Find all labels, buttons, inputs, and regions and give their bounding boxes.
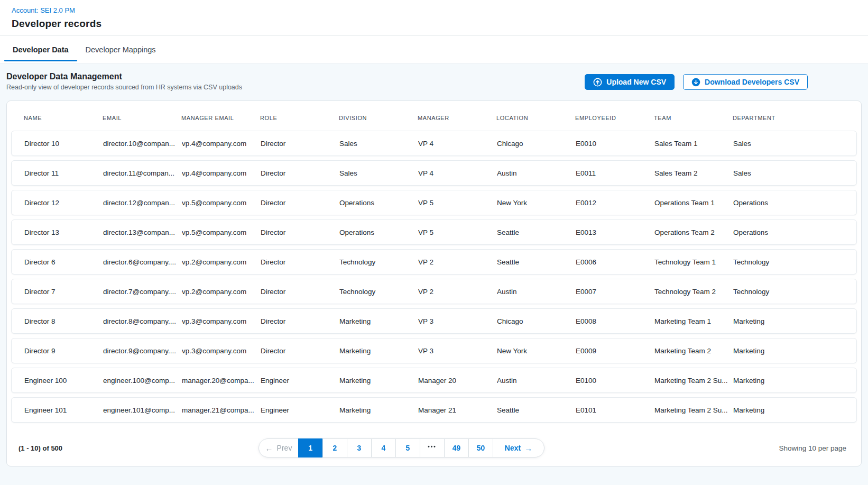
upload-new-csv-button[interactable]: Upload New CSV	[585, 74, 675, 90]
column-header-employee_id: EMPLOYEEID	[575, 115, 654, 121]
cell-team: Marketing Team 2 Su...	[654, 377, 733, 385]
cell-employee_id: E0007	[576, 288, 654, 296]
cell-department: Technology	[733, 288, 844, 296]
pagination-bar: (1 - 10) of 500 ← Prev 12345•••4950 Next…	[11, 438, 857, 457]
cell-division: Operations	[339, 228, 418, 236]
cell-division: Marketing	[339, 317, 418, 325]
cell-employee_id: E0100	[576, 377, 654, 385]
column-header-role: ROLE	[260, 115, 339, 121]
cell-name: Director 12	[24, 199, 103, 207]
tab-developer-mappings[interactable]: Developer Mappings	[77, 36, 164, 63]
cell-email: director.6@company....	[103, 258, 182, 266]
cell-location: Seattle	[497, 258, 576, 266]
tab-bar: Developer Data Developer Mappings	[0, 36, 868, 63]
cell-manager: VP 2	[418, 258, 497, 266]
cell-manager: VP 5	[418, 199, 497, 207]
cell-department: Marketing	[733, 317, 844, 325]
cell-manager_email: manager.20@compa...	[182, 377, 261, 385]
cell-email: director.12@compan...	[103, 199, 182, 207]
page-button-49[interactable]: 49	[444, 438, 469, 457]
cell-location: Austin	[497, 377, 576, 385]
page-button-50[interactable]: 50	[468, 438, 493, 457]
cell-email: director.9@company....	[103, 347, 182, 355]
cell-manager: VP 4	[418, 169, 497, 177]
page-title: Developer records	[12, 18, 855, 30]
cell-location: New York	[497, 199, 576, 207]
developer-table: NAMEEMAILMANAGER EMAILROLEDIVISIONMANAGE…	[6, 100, 862, 466]
tab-developer-data[interactable]: Developer Data	[4, 36, 77, 63]
cell-email: director.13@compan...	[103, 228, 182, 236]
page-button-3[interactable]: 3	[347, 438, 372, 457]
cell-manager: VP 2	[418, 288, 497, 296]
cell-employee_id: E0010	[576, 140, 654, 148]
section-header-text: Developer Data Management Read-only view…	[6, 72, 242, 91]
prev-page-button[interactable]: ← Prev	[258, 438, 299, 457]
cell-team: Operations Team 2	[654, 228, 733, 236]
cell-division: Sales	[339, 169, 418, 177]
column-header-location: LOCATION	[496, 115, 575, 121]
cell-manager_email: vp.4@company.com	[182, 140, 261, 148]
download-developers-csv-button[interactable]: Download Developers CSV	[683, 74, 808, 90]
developer-data-section: Developer Data Management Read-only view…	[0, 63, 868, 485]
table-body: Director 10director.10@compan...vp.4@com…	[11, 131, 857, 423]
cell-manager_email: vp.2@company.com	[182, 258, 261, 266]
cell-employee_id: E0009	[576, 347, 654, 355]
cell-employee_id: E0008	[576, 317, 654, 325]
cell-name: Director 7	[24, 288, 103, 296]
account-breadcrumb-link[interactable]: Account: SEI 2.0 PM	[12, 6, 75, 14]
prev-label: Prev	[277, 444, 292, 452]
cell-team: Technology Team 1	[654, 258, 733, 266]
section-subtitle: Read-only view of developer records sour…	[6, 84, 242, 91]
column-header-manager: MANAGER	[418, 115, 496, 121]
cell-role: Director	[261, 169, 339, 177]
table-row: Director 6director.6@company....vp.2@com…	[11, 249, 857, 274]
cell-team: Operations Team 1	[654, 199, 733, 207]
column-header-department: DEPARTMENT	[733, 115, 844, 121]
column-header-team: TEAM	[654, 115, 733, 121]
column-header-division: DIVISION	[339, 115, 418, 121]
cell-name: Director 9	[24, 347, 103, 355]
page-button-5[interactable]: 5	[395, 438, 420, 457]
cell-employee_id: E0101	[576, 406, 654, 414]
table-row: Engineer 101engineer.101@comp...manager.…	[11, 397, 857, 423]
section-actions: Upload New CSV Download Developers CSV	[585, 74, 808, 90]
pagination-ellipsis: •••	[420, 438, 445, 457]
cell-role: Director	[261, 140, 339, 148]
cell-role: Director	[261, 288, 339, 296]
table-row: Director 10director.10@compan...vp.4@com…	[11, 131, 857, 156]
cell-team: Marketing Team 2	[654, 347, 733, 355]
table-row: Director 11director.11@compan...vp.4@com…	[11, 160, 857, 186]
cell-employee_id: E0006	[576, 258, 654, 266]
cell-division: Operations	[339, 199, 418, 207]
cell-manager: Manager 20	[418, 377, 497, 385]
cell-manager: VP 4	[418, 140, 497, 148]
cell-manager_email: vp.3@company.com	[182, 317, 261, 325]
page-button-2[interactable]: 2	[322, 438, 347, 457]
cell-division: Sales	[339, 140, 418, 148]
page-button-1[interactable]: 1	[298, 438, 323, 457]
cell-manager: VP 3	[418, 317, 497, 325]
cell-department: Technology	[733, 258, 844, 266]
cell-manager: Manager 21	[418, 406, 497, 414]
page-button-4[interactable]: 4	[371, 438, 396, 457]
cell-name: Director 6	[24, 258, 103, 266]
cell-team: Sales Team 1	[654, 140, 733, 148]
table-row: Director 9director.9@company....vp.3@com…	[11, 338, 857, 363]
cell-division: Marketing	[339, 406, 418, 414]
section-header: Developer Data Management Read-only view…	[6, 72, 862, 91]
cell-employee_id: E0012	[576, 199, 654, 207]
cell-email: director.10@compan...	[103, 140, 182, 148]
cell-manager: VP 5	[418, 228, 497, 236]
table-header-row: NAMEEMAILMANAGER EMAILROLEDIVISIONMANAGE…	[11, 101, 857, 131]
column-header-email: EMAIL	[103, 115, 181, 121]
cell-location: Seattle	[497, 228, 576, 236]
arrow-left-icon: ←	[265, 444, 273, 452]
cell-division: Marketing	[339, 347, 418, 355]
next-page-button[interactable]: Next →	[493, 438, 544, 457]
cell-manager: VP 3	[418, 347, 497, 355]
cell-role: Director	[261, 317, 339, 325]
cell-role: Engineer	[261, 377, 339, 385]
cell-name: Director 8	[24, 317, 103, 325]
cell-name: Director 13	[24, 228, 103, 236]
upload-circle-icon	[593, 78, 602, 87]
